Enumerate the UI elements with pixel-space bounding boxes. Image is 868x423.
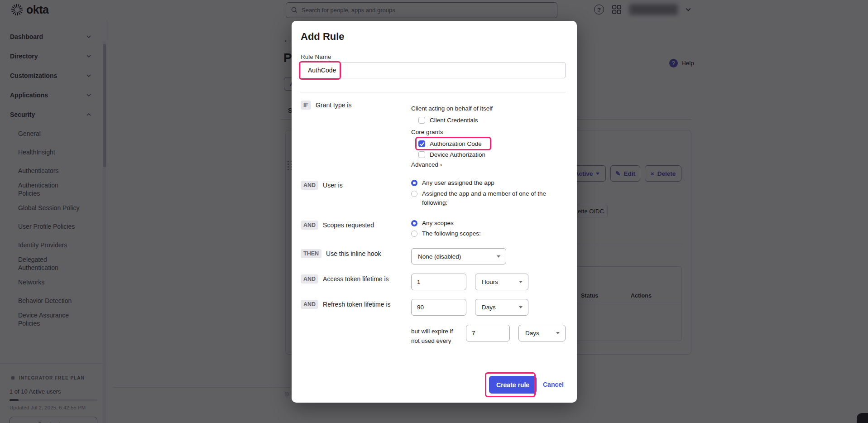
condition-user-is: AND User is xyxy=(301,181,343,190)
condition-inline-hook: THEN Use this inline hook xyxy=(301,249,381,258)
cancel-button[interactable]: Cancel xyxy=(543,381,564,388)
create-rule-button[interactable]: Create rule xyxy=(489,376,537,394)
if-keyword: IF xyxy=(301,101,311,110)
chevron-down-icon xyxy=(519,281,523,283)
option-client-credentials[interactable]: Client Credentials xyxy=(411,116,565,125)
option-any-user[interactable]: Any user assigned the app xyxy=(411,178,565,187)
expire-label: but will expire if not used every xyxy=(411,327,453,346)
option-any-scopes[interactable]: Any scopes xyxy=(411,219,565,228)
modal-title: Add Rule xyxy=(301,31,345,43)
and-keyword: AND xyxy=(301,221,318,230)
rule-name-input[interactable] xyxy=(300,62,566,78)
option-following-scopes[interactable]: The following scopes: xyxy=(411,229,565,238)
option-assigned-member[interactable]: Assigned the app and a member of one of … xyxy=(411,189,565,207)
and-keyword: AND xyxy=(301,181,318,190)
condition-refresh-token: AND Refresh token lifetime is xyxy=(301,300,391,309)
scopes-options: Any scopes The following scopes: xyxy=(411,219,565,238)
refresh-token-lifetime-input[interactable] xyxy=(411,299,466,316)
chevron-down-icon xyxy=(519,306,523,308)
and-keyword: AND xyxy=(301,300,318,309)
modal-divider xyxy=(300,92,566,92)
following-scopes-radio[interactable] xyxy=(411,231,417,237)
then-keyword: THEN xyxy=(301,249,321,258)
option-authorization-code[interactable]: Authorization Code xyxy=(411,139,565,149)
grant-type-options: Client acting on behalf of itself Client… xyxy=(411,104,565,168)
option-device-authorization[interactable]: Device Authorization xyxy=(411,150,565,159)
assigned-member-radio[interactable] xyxy=(411,191,417,197)
access-token-unit-select[interactable]: Hours xyxy=(475,274,528,290)
and-keyword: AND xyxy=(301,274,318,284)
group-core-grants: Core grants xyxy=(411,128,565,137)
any-scopes-radio[interactable] xyxy=(411,220,417,226)
chevron-down-icon xyxy=(497,255,500,258)
add-rule-modal: Add Rule Rule Name IF Grant type is Clie… xyxy=(292,21,577,403)
access-token-lifetime-input[interactable] xyxy=(411,274,466,290)
client-credentials-checkbox[interactable] xyxy=(418,117,425,124)
refresh-token-unit-select[interactable]: Days xyxy=(475,299,528,316)
user-is-options: Any user assigned the app Assigned the a… xyxy=(411,178,565,207)
any-user-radio[interactable] xyxy=(411,180,417,186)
chevron-down-icon xyxy=(556,332,560,334)
condition-access-token: AND Access token lifetime is xyxy=(301,274,389,284)
group-client-acting: Client acting on behalf of itself xyxy=(411,104,565,113)
expire-value-input[interactable] xyxy=(466,325,510,341)
condition-grant-type: IF Grant type is xyxy=(301,101,351,110)
inline-hook-select[interactable]: None (disabled) xyxy=(411,248,506,264)
rule-name-label: Rule Name xyxy=(301,53,331,60)
device-authorization-checkbox[interactable] xyxy=(418,151,425,158)
condition-scopes: AND Scopes requested xyxy=(301,221,374,230)
expire-unit-select[interactable]: Days xyxy=(518,325,566,341)
authorization-code-checkbox[interactable] xyxy=(418,140,425,147)
advanced-link[interactable]: Advanced › xyxy=(411,161,565,168)
